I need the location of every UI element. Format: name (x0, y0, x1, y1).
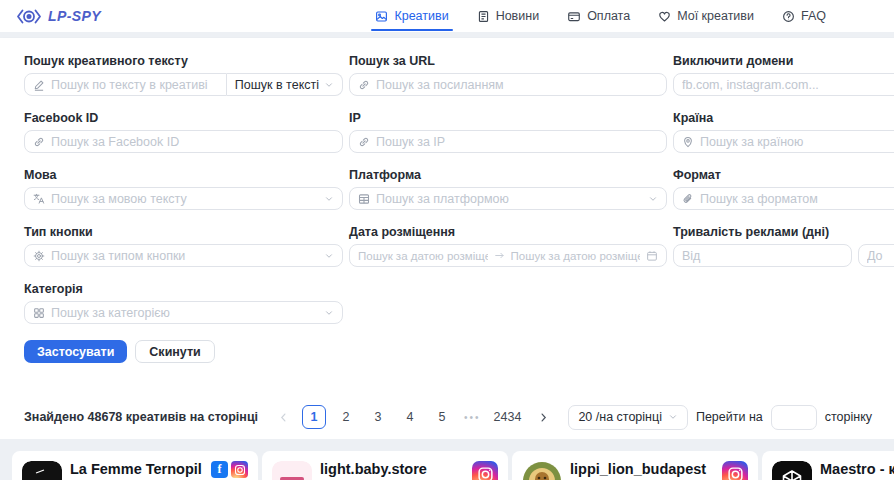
creative-card[interactable]: Maestro - кухні, ме замовлення в Ужго 20… (762, 451, 894, 480)
tab-news[interactable]: Новини (477, 0, 540, 32)
card-icon (567, 10, 581, 23)
filter-country: Країна (673, 111, 894, 153)
filter-category: Категорія (24, 282, 343, 324)
filter-facebook-id: Facebook ID (24, 111, 343, 153)
field-label: Країна (673, 111, 894, 125)
page-size-value: 20 /на сторінці (578, 410, 662, 424)
text-search-mode-select[interactable]: Пошук в тексті (227, 73, 343, 96)
duration-from-input[interactable] (682, 249, 843, 263)
filter-creative-text: Пошук креативного тексту Пошук в тексті (24, 54, 343, 96)
next-page-button[interactable] (532, 406, 554, 428)
card-title: La Femme Ternopil (70, 461, 203, 478)
image-icon (375, 10, 388, 23)
chevron-down-icon (324, 308, 334, 318)
gear-icon (33, 250, 45, 262)
field-label: Платформа (349, 168, 667, 182)
calendar-icon (646, 250, 658, 262)
card-title: light.baby.store (320, 461, 464, 478)
page-button-1[interactable]: 1 (302, 405, 326, 429)
field-label: Мова (24, 168, 343, 182)
date-range-picker[interactable]: Пошук за датою розміщення Пошук за датою… (349, 244, 667, 267)
social-icons: f (211, 461, 248, 480)
social-icons (472, 461, 498, 480)
link-icon (358, 79, 370, 91)
category-select[interactable] (24, 301, 343, 324)
button-type-input[interactable] (51, 249, 318, 263)
brand-logo[interactable]: LP-SPY (16, 8, 101, 25)
field-label: Тривалість реклами (дні) (673, 225, 894, 239)
ip-input[interactable] (376, 135, 658, 149)
page-button-4[interactable]: 4 (398, 405, 422, 429)
brand-name: LP-SPY (48, 8, 101, 24)
button-type-select[interactable] (24, 244, 343, 267)
page-size-select[interactable]: 20 /на сторінці (568, 405, 688, 430)
facebook-id-input[interactable] (51, 135, 334, 149)
date-to-placeholder: Пошук за датою розміщення (511, 250, 641, 262)
news-icon (477, 10, 490, 23)
faq-icon (782, 10, 795, 23)
pagination-ellipsis[interactable]: ••• (462, 412, 483, 423)
country-input-box (673, 130, 894, 153)
chevron-down-icon (324, 194, 334, 204)
apply-button[interactable]: Застосувати (24, 340, 127, 363)
link-icon (33, 136, 45, 148)
page-button-last[interactable]: 2434 (491, 405, 525, 429)
instagram-icon (231, 461, 248, 478)
avatar (772, 461, 812, 480)
tab-my-creatives[interactable]: Мої креативи (658, 0, 754, 32)
page-button-3[interactable]: 3 (366, 405, 390, 429)
url-input[interactable] (376, 78, 658, 92)
filter-button-type: Тип кнопки (24, 225, 343, 267)
duration-from-box (673, 244, 852, 267)
page-button-2[interactable]: 2 (334, 405, 358, 429)
facebook-id-input-box (24, 130, 343, 153)
category-input[interactable] (51, 306, 318, 320)
tab-payment[interactable]: Оплата (567, 0, 630, 32)
platform-select[interactable] (349, 187, 667, 210)
tab-creatives[interactable]: Креативи (375, 0, 448, 32)
language-select[interactable] (24, 187, 343, 210)
creatives-list: La FEMME La Femme Ternopil 2025-11-20 21… (0, 439, 894, 480)
date-from-placeholder: Пошук за датою розміщення (358, 250, 488, 262)
chevron-down-icon (648, 194, 658, 204)
card-title: lippi_lion_budapest (570, 461, 714, 478)
creative-card[interactable]: La FEMME La Femme Ternopil 2025-11-20 21… (12, 451, 258, 480)
text-search-mode-value: Пошук в тексті (235, 78, 319, 92)
format-input[interactable] (700, 192, 894, 206)
eye-logo-icon (16, 8, 42, 25)
field-label: Виключити домени (673, 54, 894, 68)
social-icons (722, 461, 748, 480)
language-input[interactable] (51, 192, 318, 206)
reset-button[interactable]: Скинути (135, 340, 214, 363)
tab-label: Креативи (394, 9, 448, 23)
pagination-bar: Знайдено 48678 креативів на сторінці 1 2… (0, 395, 894, 439)
pencil-icon (33, 79, 45, 91)
app-header: LP-SPY Креативи Новини (0, 0, 894, 32)
avatar (272, 461, 312, 480)
creative-card[interactable]: lippi_lion_budapest 2025-11-20 21:02:03 … (512, 451, 758, 480)
filter-url: Пошук за URL (349, 54, 667, 96)
chevron-down-icon (668, 412, 678, 422)
exclude-domains-input[interactable] (682, 78, 894, 92)
prev-page-button[interactable] (272, 406, 294, 428)
instagram-icon (472, 461, 498, 480)
card-title: Maestro - кухні, ме замовлення в Ужго (820, 461, 894, 480)
tab-faq[interactable]: FAQ (782, 0, 826, 32)
platform-input[interactable] (376, 192, 642, 206)
facebook-icon: f (211, 461, 228, 478)
page-button-5[interactable]: 5 (430, 405, 454, 429)
filter-ip: IP (349, 111, 667, 153)
goto-page-suffix: сторінку (825, 410, 872, 424)
creative-text-input[interactable] (51, 78, 218, 92)
field-label: Дата розміщення (349, 225, 667, 239)
duration-to-input[interactable] (867, 249, 894, 263)
chevron-down-icon (324, 251, 334, 261)
field-label: Пошук креативного тексту (24, 54, 343, 68)
goto-page-input[interactable] (771, 405, 817, 430)
filter-language: Мова (24, 168, 343, 210)
country-input[interactable] (700, 135, 894, 149)
results-summary: Знайдено 48678 креативів на сторінці (24, 410, 258, 424)
heart-icon (658, 10, 671, 23)
tab-label: Оплата (587, 9, 630, 23)
creative-card[interactable]: light.baby.store 2025-11-20 21:02:03 3 d… (262, 451, 508, 480)
